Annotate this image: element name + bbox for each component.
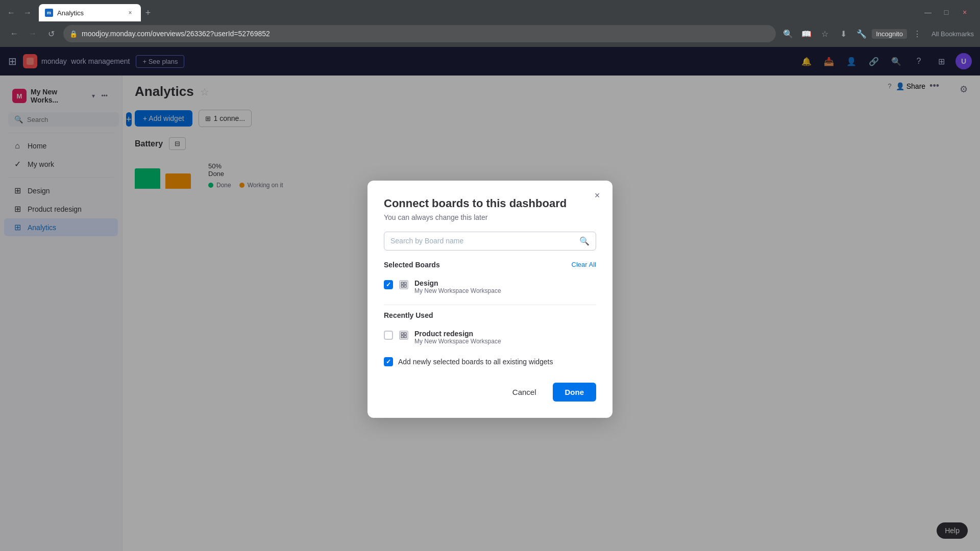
board-checkbox-design[interactable] <box>384 280 393 289</box>
url-text: moodjoy.monday.com/overviews/263362?user… <box>82 30 770 38</box>
new-tab-button[interactable]: + <box>141 6 155 20</box>
tab-title: Analytics <box>57 9 121 17</box>
board-name-product-redesign: Product redesign <box>414 330 596 338</box>
back-button[interactable]: ← <box>4 6 18 20</box>
tab-close-button[interactable]: × <box>126 8 135 17</box>
modal-subtitle: You can always change this later <box>384 213 596 221</box>
nav-back-button[interactable]: ← <box>6 26 22 42</box>
ssl-lock-icon: 🔒 <box>69 30 78 38</box>
selected-boards-label: Selected Boards <box>384 261 440 269</box>
tab-favicon: m <box>45 9 53 17</box>
board-checkbox-product-redesign[interactable] <box>384 331 393 340</box>
nav-forward-button[interactable]: → <box>24 26 41 42</box>
done-button[interactable]: Done <box>553 383 597 402</box>
clear-all-button[interactable]: Clear All <box>572 261 596 268</box>
nav-refresh-button[interactable]: ↺ <box>43 26 59 42</box>
modal-overlay[interactable]: × Connect boards to this dashboard You c… <box>0 47 980 551</box>
modal-close-button[interactable]: × <box>590 189 604 203</box>
board-name-design: Design <box>414 279 596 287</box>
svg-rect-2 <box>401 285 403 287</box>
search-browser-btn[interactable]: 🔍 <box>780 26 796 42</box>
add-to-widgets-checkbox[interactable] <box>384 357 393 366</box>
address-bar[interactable]: 🔒 moodjoy.monday.com/overviews/263362?us… <box>63 25 776 42</box>
reader-mode-btn[interactable]: 📖 <box>798 26 815 42</box>
board-search-box[interactable]: 🔍 <box>384 232 596 251</box>
board-search-input[interactable] <box>390 237 575 245</box>
board-info-design: Design My New Workspace Workspace <box>414 279 596 294</box>
bookmark-btn[interactable]: ☆ <box>817 26 833 42</box>
section-divider <box>384 305 596 305</box>
board-search-icon: 🔍 <box>579 236 590 246</box>
modal-footer: Cancel Done <box>384 383 596 402</box>
board-info-product-redesign: Product redesign My New Workspace Worksp… <box>414 330 596 345</box>
cancel-button[interactable]: Cancel <box>502 383 547 402</box>
close-window-button[interactable]: × <box>960 7 970 17</box>
svg-rect-4 <box>401 333 403 335</box>
recently-used-header: Recently Used <box>384 311 596 319</box>
svg-rect-1 <box>404 282 406 284</box>
maximize-button[interactable]: □ <box>941 7 951 17</box>
svg-rect-3 <box>404 285 406 287</box>
board-item-product-redesign[interactable]: Product redesign My New Workspace Worksp… <box>384 325 596 349</box>
selected-boards-header: Selected Boards Clear All <box>384 261 596 269</box>
incognito-badge: Incognito <box>872 29 907 39</box>
board-board-icon-design <box>399 280 408 289</box>
svg-rect-6 <box>401 336 403 338</box>
download-btn[interactable]: ⬇ <box>835 26 851 42</box>
add-to-widgets-label: Add newly selected boards to all existin… <box>398 358 553 366</box>
board-item-design[interactable]: Design My New Workspace Workspace <box>384 275 596 298</box>
modal-title: Connect boards to this dashboard <box>384 197 596 210</box>
board-workspace-product-redesign: My New Workspace Workspace <box>414 338 596 345</box>
board-board-icon-product-redesign <box>399 331 408 340</box>
svg-rect-0 <box>401 282 403 284</box>
menu-btn[interactable]: ⋮ <box>909 26 925 42</box>
add-to-widgets-row: Add newly selected boards to all existin… <box>384 357 596 366</box>
extensions-btn[interactable]: 🔧 <box>853 26 870 42</box>
modal-connect-boards: × Connect boards to this dashboard You c… <box>368 181 612 418</box>
browser-tab[interactable]: m Analytics × <box>39 4 141 21</box>
recently-used-label: Recently Used <box>384 311 433 319</box>
minimize-button[interactable]: — <box>923 7 933 17</box>
svg-rect-7 <box>404 336 406 338</box>
board-workspace-design: My New Workspace Workspace <box>414 287 596 294</box>
forward-button[interactable]: → <box>20 6 35 20</box>
svg-rect-5 <box>404 333 406 335</box>
bookmarks-label: All Bookmarks <box>932 30 974 38</box>
